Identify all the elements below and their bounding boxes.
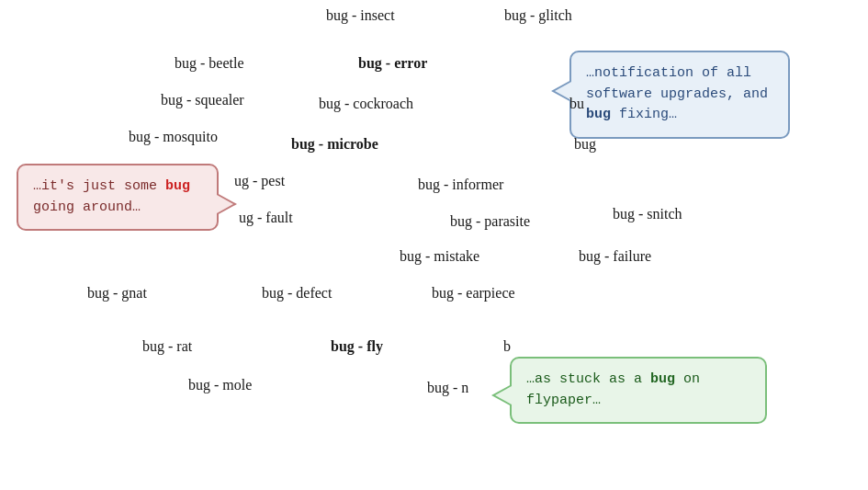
callout-blue-bug: bug bbox=[586, 107, 611, 122]
word-bug-earpiece: bug - earpiece bbox=[432, 285, 515, 302]
word-bug-fault: ug - fault bbox=[239, 210, 293, 226]
word-bug-beetle: bug - beetle bbox=[175, 55, 244, 72]
callout-blue-text: …notification of all software upgrades, … bbox=[586, 65, 768, 122]
word-bug-n: bug - n bbox=[427, 380, 468, 396]
word-bug-mistake: bug - mistake bbox=[400, 248, 479, 265]
word-bug-microbe: bug - microbe bbox=[291, 136, 378, 153]
word-bug-failure: bug - failure bbox=[579, 248, 651, 265]
word-bug-bug2: bug bbox=[574, 136, 596, 153]
word-bug-cockroach: bug - cockroach bbox=[319, 96, 413, 112]
word-bug-error: bug - error bbox=[358, 55, 427, 72]
word-bug-mole: bug - mole bbox=[188, 377, 252, 393]
word-bug-glitch: bug - glitch bbox=[504, 7, 572, 24]
word-bug-parasite: bug - parasite bbox=[450, 213, 530, 230]
callout-red: …it's just some bug going around… bbox=[17, 164, 219, 231]
callout-red-bug: bug bbox=[165, 178, 190, 194]
word-bug-insect: bug - insect bbox=[326, 7, 395, 24]
word-bug-informer: bug - informer bbox=[418, 177, 503, 193]
callout-green-text: …as stuck as a bug on flypaper… bbox=[526, 371, 700, 408]
word-bug-fly: bug - fly bbox=[331, 338, 383, 355]
callout-red-text: …it's just some bug going around… bbox=[33, 178, 190, 215]
word-bug-rat: bug - rat bbox=[142, 338, 192, 355]
word-bug-mosquito: bug - mosquito bbox=[129, 129, 218, 145]
word-bug-defect: bug - defect bbox=[262, 285, 332, 302]
callout-green-bug: bug bbox=[650, 371, 675, 387]
callout-green: …as stuck as a bug on flypaper… bbox=[510, 357, 767, 424]
word-bug-gnat: bug - gnat bbox=[87, 285, 147, 302]
word-bug-squealer: bug - squealer bbox=[161, 92, 244, 108]
word-bug-pest: ug - pest bbox=[234, 173, 285, 189]
callout-blue: …notification of all software upgrades, … bbox=[569, 51, 790, 139]
word-bug-bug1: bu bbox=[569, 96, 584, 112]
word-bug-snitch: bug - snitch bbox=[613, 206, 682, 222]
word-bug-bh: b bbox=[503, 338, 511, 355]
